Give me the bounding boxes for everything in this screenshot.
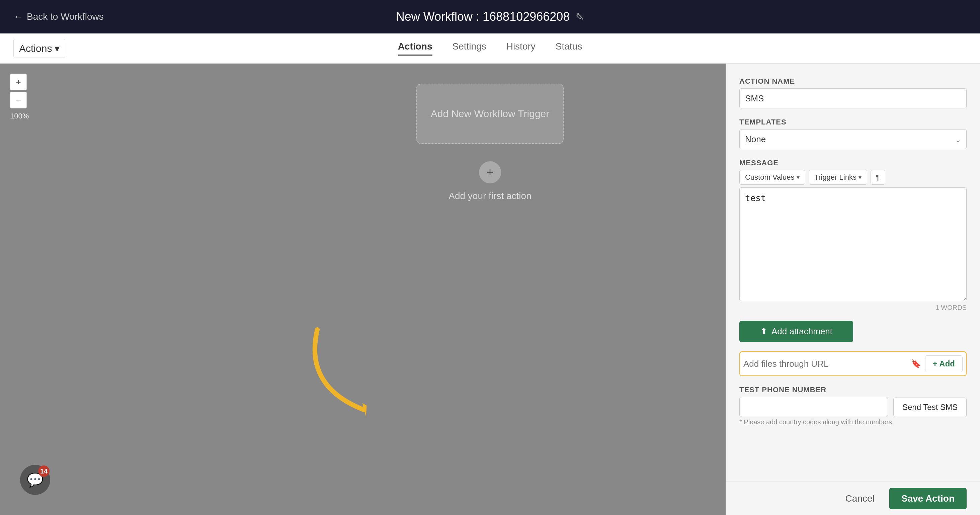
templates-label: TEMPLATES xyxy=(739,118,967,127)
zoom-out-button[interactable]: − xyxy=(10,92,27,108)
message-toolbar: Custom Values ▾ Trigger Links ▾ ¶ xyxy=(739,170,967,185)
action-name-field: ACTION NAME xyxy=(739,77,967,108)
cancel-label: Cancel xyxy=(845,493,875,504)
actions-dropdown-label: Actions xyxy=(19,43,52,54)
add-action-area: + Add your first action xyxy=(449,161,531,202)
right-panel: ACTION NAME TEMPLATES None MESSAGE Custo… xyxy=(725,64,980,515)
annotation-arrow xyxy=(297,319,425,428)
message-textarea[interactable]: test xyxy=(739,188,967,301)
send-test-sms-button[interactable]: Send Test SMS xyxy=(893,397,967,417)
trigger-links-chevron-icon: ▾ xyxy=(859,174,862,181)
url-input-row: 🔖 + Add xyxy=(739,351,967,376)
edit-title-icon[interactable]: ✎ xyxy=(576,11,584,23)
url-add-label: + Add xyxy=(933,359,955,368)
sub-nav-tabs: Actions Settings History Status xyxy=(398,41,582,56)
test-phone-label: TEST PHONE NUMBER xyxy=(739,386,967,394)
zoom-in-button[interactable]: + xyxy=(10,74,27,91)
zoom-level: 100% xyxy=(10,112,29,121)
back-label: Back to Workflows xyxy=(27,11,104,22)
add-action-label: Add your first action xyxy=(449,191,531,202)
cancel-button[interactable]: Cancel xyxy=(837,489,883,508)
chat-badge: 14 xyxy=(38,466,49,477)
workflow-trigger-box[interactable]: Add New Workflow Trigger xyxy=(416,84,564,144)
tab-status[interactable]: Status xyxy=(555,41,582,56)
tab-settings[interactable]: Settings xyxy=(452,41,486,56)
plus-icon: + xyxy=(486,165,493,180)
save-action-button[interactable]: Save Action xyxy=(889,488,967,509)
zoom-controls: + − 100% xyxy=(10,74,29,121)
back-to-workflows-link[interactable]: ← Back to Workflows xyxy=(13,11,104,22)
add-action-button[interactable]: + xyxy=(478,161,502,184)
sub-nav-left: Actions ▾ xyxy=(13,39,65,58)
chat-widget[interactable]: 💬 14 xyxy=(20,465,50,495)
trigger-links-label: Trigger Links xyxy=(815,173,856,182)
paragraph-format-icon[interactable]: ¶ xyxy=(870,170,885,185)
test-phone-input-wrap xyxy=(739,397,888,417)
tab-history[interactable]: History xyxy=(506,41,536,56)
message-field: MESSAGE Custom Values ▾ Trigger Links ▾ … xyxy=(739,159,967,312)
templates-select[interactable]: None xyxy=(739,129,967,149)
phone-disclaimer: * Please add country codes along with th… xyxy=(739,418,967,426)
test-phone-input[interactable] xyxy=(739,397,888,417)
back-arrow-icon: ← xyxy=(13,11,24,22)
bookmark-icon: 🔖 xyxy=(911,359,921,369)
attachment-section: ⬆ Add attachment xyxy=(739,321,967,342)
actions-dropdown-button[interactable]: Actions ▾ xyxy=(13,39,65,58)
custom-values-chevron-icon: ▾ xyxy=(797,174,800,181)
tab-actions[interactable]: Actions xyxy=(398,41,433,56)
upload-icon: ⬆ xyxy=(760,326,767,337)
dropdown-chevron-icon: ▾ xyxy=(54,43,60,54)
sub-nav: Actions ▾ Actions Settings History Statu… xyxy=(0,33,980,64)
custom-values-button[interactable]: Custom Values ▾ xyxy=(739,170,805,185)
trigger-box-label: Add New Workflow Trigger xyxy=(431,107,550,121)
top-header: ← Back to Workflows New Workflow : 16881… xyxy=(0,0,980,33)
custom-values-label: Custom Values xyxy=(745,173,795,182)
message-label: MESSAGE xyxy=(739,159,967,167)
test-phone-row: Send Test SMS xyxy=(739,397,967,417)
templates-field: TEMPLATES None xyxy=(739,118,967,149)
url-add-button[interactable]: + Add xyxy=(925,355,963,372)
action-name-input[interactable] xyxy=(739,88,967,108)
add-attachment-label: Add attachment xyxy=(772,326,832,337)
send-test-label: Send Test SMS xyxy=(902,402,958,412)
title-text: New Workflow : 1688102966208 xyxy=(396,10,570,24)
word-count: 1 WORDS xyxy=(739,304,967,312)
save-label: Save Action xyxy=(901,493,955,504)
add-attachment-button[interactable]: ⬆ Add attachment xyxy=(739,321,853,342)
trigger-links-button[interactable]: Trigger Links ▾ xyxy=(809,170,867,185)
action-name-label: ACTION NAME xyxy=(739,77,967,86)
svg-marker-0 xyxy=(358,403,371,417)
test-phone-section: TEST PHONE NUMBER Send Test SMS * Please… xyxy=(739,386,967,426)
workflow-title: New Workflow : 1688102966208 ✎ xyxy=(396,10,584,24)
url-input[interactable] xyxy=(743,359,907,369)
templates-select-wrapper: None xyxy=(739,129,967,149)
panel-footer: Cancel Save Action xyxy=(725,482,980,515)
